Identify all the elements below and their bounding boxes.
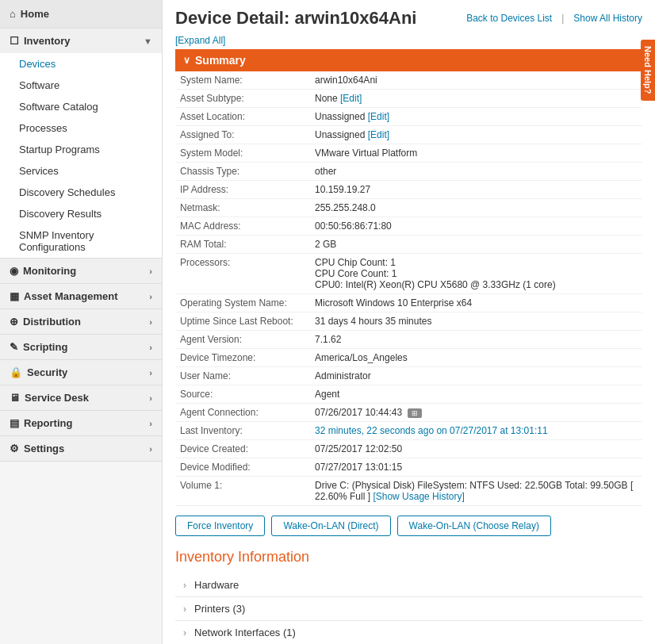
page-title-prefix: Device Detail: xyxy=(175,8,294,28)
table-row: System Model: VMware Virtual Platform xyxy=(175,144,642,163)
sidebar-section-header-settings[interactable]: ⚙ Settings › xyxy=(0,436,162,461)
sidebar-inventory-label: Inventory xyxy=(24,35,71,47)
chevron-right-icon-reporting: › xyxy=(149,419,152,428)
show-all-history-link[interactable]: Show All History xyxy=(573,13,642,24)
device-name: arwin10x64Ani xyxy=(294,8,416,28)
table-row: IP Address: 10.159.19.27 xyxy=(175,181,642,199)
sidebar-item-devices[interactable]: Devices xyxy=(0,53,162,75)
detail-table: System Name: arwin10x64Ani Asset Subtype… xyxy=(175,71,642,506)
table-row: Device Timezone: America/Los_Angeles xyxy=(175,349,642,367)
page-title: Device Detail: arwin10x64Ani xyxy=(175,8,416,29)
inventory-item-label-printers: Printers (3) xyxy=(194,603,245,615)
sidebar: ⌂ Home ☐ Inventory ▼ Devices Software So… xyxy=(0,0,163,644)
table-row: Netmask: 255.255.248.0 xyxy=(175,199,642,217)
field-label-netmask: Netmask: xyxy=(175,199,310,217)
sidebar-distribution-label: Distribution xyxy=(23,316,81,328)
field-label-device-modified: Device Modified: xyxy=(175,458,310,477)
monitoring-icon: ◉ xyxy=(10,265,18,277)
chevron-right-icon-settings: › xyxy=(149,444,152,454)
sidebar-scripting-label: Scripting xyxy=(23,341,67,353)
sidebar-item-discovery-results[interactable]: Discovery Results xyxy=(0,203,162,224)
field-label-agent-version: Agent Version: xyxy=(175,331,310,349)
field-value-uptime: 31 days 4 hours 35 minutes xyxy=(310,312,642,331)
show-usage-history-link[interactable]: [Show Usage History] xyxy=(373,491,464,502)
sidebar-home-label: Home xyxy=(21,8,49,20)
table-row: Last Inventory: 32 minutes, 22 seconds a… xyxy=(175,422,642,440)
inventory-item-network-interfaces[interactable]: › Network Interfaces (1) xyxy=(175,621,642,644)
table-row: System Name: arwin10x64Ani xyxy=(175,71,642,90)
header-links: Back to Devices List | Show All History xyxy=(466,13,642,24)
sidebar-section-header-scripting[interactable]: ✎ Scripting › xyxy=(0,335,162,359)
sidebar-section-header-reporting[interactable]: ▤ Reporting › xyxy=(0,411,162,435)
table-row: Agent Connection: 07/26/2017 10:44:43 ⊞ xyxy=(175,404,642,422)
chevron-right-icon-printers: › xyxy=(183,604,186,615)
table-row: Device Modified: 07/27/2017 13:01:15 xyxy=(175,458,642,477)
expand-all-link[interactable]: [Expand All] xyxy=(175,35,642,46)
security-icon: 🔒 xyxy=(10,366,22,378)
chevron-right-icon-asset: › xyxy=(149,292,152,301)
sidebar-settings-label: Settings xyxy=(24,443,64,454)
field-value-last-inventory: 32 minutes, 22 seconds ago on 07/27/2017… xyxy=(310,422,642,440)
sidebar-item-discovery-schedules[interactable]: Discovery Schedules xyxy=(0,182,162,203)
table-row: Asset Location: Unassigned [Edit] xyxy=(175,108,642,126)
sidebar-item-snmp-inventory[interactable]: SNMP Inventory Configurations xyxy=(0,224,162,258)
field-value-ram-total: 2 GB xyxy=(310,236,642,254)
sidebar-section-scripting: ✎ Scripting › xyxy=(0,335,162,360)
back-to-devices-link[interactable]: Back to Devices List xyxy=(466,13,552,24)
assigned-to-edit-link[interactable]: [Edit] xyxy=(368,129,389,140)
field-value-agent-connection: 07/26/2017 10:44:43 ⊞ xyxy=(310,404,642,422)
sidebar-item-services[interactable]: Services xyxy=(0,160,162,182)
sidebar-item-home[interactable]: ⌂ Home xyxy=(0,0,162,29)
inventory-section-title: Inventory Information xyxy=(175,549,642,565)
field-value-mac-address: 00:50:56:86:71:80 xyxy=(310,217,642,236)
sidebar-section-header-asset-management[interactable]: ▦ Asset Management › xyxy=(0,284,162,309)
sidebar-section-inventory: ☐ Inventory ▼ Devices Software Software … xyxy=(0,29,162,259)
sidebar-security-label: Security xyxy=(27,366,67,378)
wake-on-lan-direct-button[interactable]: Wake-On-LAN (Direct) xyxy=(271,516,390,536)
sidebar-section-settings: ⚙ Settings › xyxy=(0,436,162,462)
service-desk-icon: 🖥 xyxy=(10,392,20,404)
sidebar-reporting-label: Reporting xyxy=(24,417,72,429)
table-row: MAC Address: 00:50:56:86:71:80 xyxy=(175,217,642,236)
field-label-uptime: Uptime Since Last Reboot: xyxy=(175,312,310,331)
last-inventory-link[interactable]: 32 minutes, 22 seconds ago on 07/27/2017… xyxy=(315,425,548,436)
field-value-system-model: VMware Virtual Platform xyxy=(310,144,642,163)
sidebar-section-header-security[interactable]: 🔒 Security › xyxy=(0,360,162,385)
summary-section-header[interactable]: ∨ Summary xyxy=(175,49,642,71)
inventory-information-section: Inventory Information › Hardware › Print… xyxy=(175,549,642,644)
header-separator: | xyxy=(561,13,564,24)
field-value-system-name: arwin10x64Ani xyxy=(310,71,642,90)
force-inventory-button[interactable]: Force Inventory xyxy=(175,516,265,536)
wake-on-lan-relay-button[interactable]: Wake-On-LAN (Choose Relay) xyxy=(397,516,551,536)
chevron-right-icon-hardware: › xyxy=(183,580,186,591)
field-value-netmask: 255.255.248.0 xyxy=(310,199,642,217)
sidebar-item-software[interactable]: Software xyxy=(0,75,162,96)
asset-icon: ▦ xyxy=(10,290,19,302)
field-value-volume1: Drive C: (Physical Disk) FileSystem: NTF… xyxy=(310,477,642,506)
field-label-source: Source: xyxy=(175,385,310,404)
field-value-source: Agent xyxy=(310,385,642,404)
sidebar-inventory-subitems: Devices Software Software Catalog Proces… xyxy=(0,53,162,258)
sidebar-section-header-distribution[interactable]: ⊕ Distribution › xyxy=(0,309,162,334)
need-help-button[interactable]: Need Help? xyxy=(641,40,655,101)
sidebar-section-header-inventory[interactable]: ☐ Inventory ▼ xyxy=(0,29,162,53)
scripting-icon: ✎ xyxy=(10,341,18,353)
summary-chevron-icon: ∨ xyxy=(183,55,190,66)
sidebar-item-software-catalog[interactable]: Software Catalog xyxy=(0,96,162,117)
inventory-item-printers[interactable]: › Printers (3) xyxy=(175,597,642,621)
inventory-item-hardware[interactable]: › Hardware xyxy=(175,573,642,597)
reporting-icon: ▤ xyxy=(10,417,19,429)
sidebar-item-processes[interactable]: Processes xyxy=(0,117,162,139)
table-row: Operating System Name: Microsoft Windows… xyxy=(175,294,642,312)
main-content: Device Detail: arwin10x64Ani Back to Dev… xyxy=(163,0,655,644)
sidebar-item-startup-programs[interactable]: Startup Programs xyxy=(0,139,162,160)
field-value-processors: CPU Chip Count: 1 CPU Core Count: 1 CPU0… xyxy=(310,254,642,294)
box-icon: ☐ xyxy=(10,35,19,47)
table-row: User Name: Administrator xyxy=(175,367,642,385)
asset-location-edit-link[interactable]: [Edit] xyxy=(368,111,389,122)
field-label-ram-total: RAM Total: xyxy=(175,236,310,254)
sidebar-section-header-monitoring[interactable]: ◉ Monitoring › xyxy=(0,259,162,283)
field-value-assigned-to: Unassigned [Edit] xyxy=(310,126,642,144)
asset-subtype-edit-link[interactable]: [Edit] xyxy=(340,93,362,104)
sidebar-section-header-service-desk[interactable]: 🖥 Service Desk › xyxy=(0,385,162,410)
